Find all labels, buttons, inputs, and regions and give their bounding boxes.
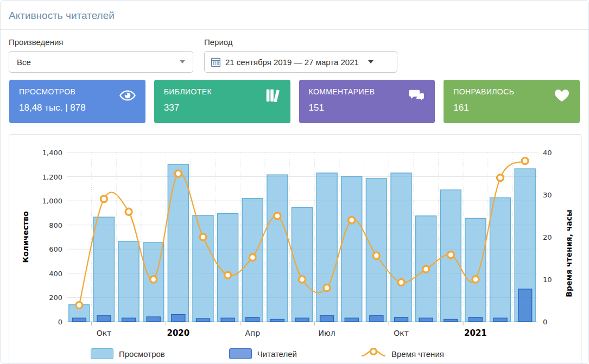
svg-text:1,200: 1,200 [42,173,62,181]
comments-card-value: 151 [309,103,427,113]
svg-text:Окт: Окт [394,329,409,337]
svg-text:Время чтения, часы: Время чтения, часы [565,209,573,297]
svg-text:2021: 2021 [464,328,487,338]
views-card[interactable]: ПРОСМОТРОВ 18,48 тыс. | 878 [9,80,145,123]
svg-text:Окт: Окт [97,329,112,337]
svg-text:200: 200 [49,293,62,302]
likes-card[interactable]: ПОНРАВИЛОСЬ 161 [444,80,580,123]
comments-icon [409,87,425,104]
svg-text:2020: 2020 [167,328,189,338]
period-value: 21 сентября 2019 — 27 марта 2021 [225,58,359,67]
page-title: Активность читателей [1,1,588,29]
stat-cards-row: ПРОСМОТРОВ 18,48 тыс. | 878 БИБЛИОТЕК 33… [1,73,588,123]
libraries-card-value: 337 [164,103,282,113]
reader-activity-panel: Активность читателей Произведения Все Пе… [0,0,589,364]
svg-text:0: 0 [58,318,62,326]
legend-views-label: Просмотров [119,349,165,359]
svg-text:10: 10 [543,276,552,284]
period-filter-label: Период [204,37,397,47]
svg-text:30: 30 [543,191,552,199]
legend-reading-time-label: Время чтения [391,349,444,359]
libraries-card[interactable]: БИБЛИОТЕК 337 [154,80,290,123]
views-card-value: 18,48 тыс. | 878 [19,103,137,113]
chart-legend: Просмотров Читателей Время чтения [91,348,581,360]
legend-item-views[interactable]: Просмотров [91,348,165,359]
comments-card[interactable]: КОММЕНТАРИЕВ 151 [299,80,435,123]
calendar-icon [211,58,220,67]
svg-text:Апр: Апр [245,329,260,337]
svg-text:20: 20 [543,233,552,241]
books-icon [264,87,281,104]
svg-text:Количество: Количество [21,211,30,263]
works-filter-label: Произведения [9,37,193,47]
svg-text:1,000: 1,000 [42,197,62,205]
likes-card-value: 161 [453,103,571,113]
line-marker-icon [361,348,386,360]
filters-row: Произведения Все Период 21 сентября 2019… [1,30,588,73]
svg-text:600: 600 [49,245,62,253]
period-picker[interactable]: 21 сентября 2019 — 27 марта 2021 [204,51,397,73]
works-select-value: Все [17,58,180,67]
svg-text:0: 0 [543,318,547,326]
eye-icon [119,87,136,104]
heart-icon [554,87,570,104]
svg-text:400: 400 [49,270,62,278]
legend-item-reading-time[interactable]: Время чтения [361,348,444,360]
views-swatch [91,348,113,359]
works-select[interactable]: Все [9,51,193,73]
svg-text:800: 800 [49,221,62,229]
activity-chart-card: 02004006008001,0001,2001,400010203040Окт… [9,134,581,364]
svg-text:1,400: 1,400 [42,149,62,157]
chevron-down-icon [180,60,185,63]
legend-item-readers[interactable]: Читателей [229,348,297,359]
chevron-down-icon [368,60,373,63]
svg-text:Июл: Июл [319,329,335,337]
readers-swatch [229,348,252,359]
activity-chart[interactable]: 02004006008001,0001,2001,400010203040Окт… [11,140,579,343]
legend-readers-label: Читателей [257,349,297,359]
svg-text:40: 40 [543,149,552,157]
